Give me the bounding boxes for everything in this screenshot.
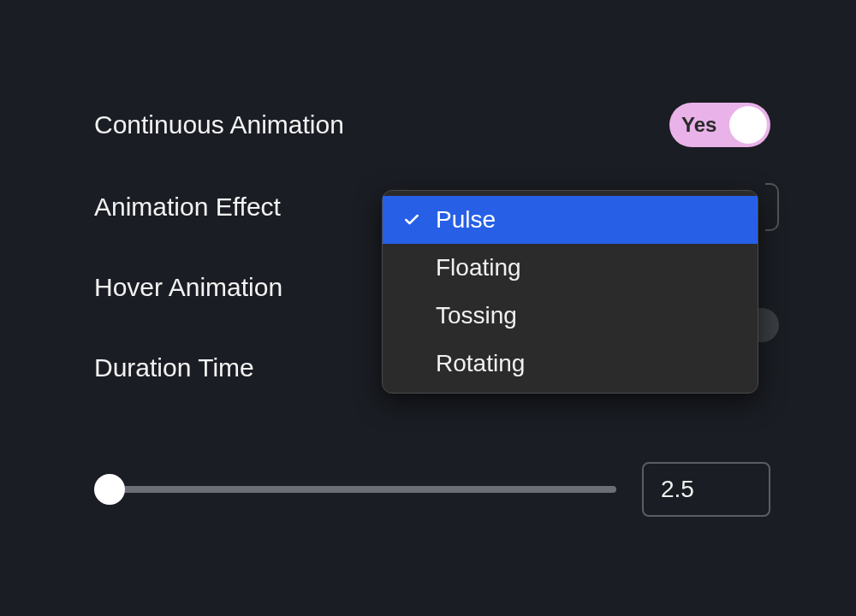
duration-value-input[interactable]: 2.5 bbox=[642, 462, 770, 517]
dropdown-option-label: Pulse bbox=[436, 206, 496, 234]
dropdown-option-pulse[interactable]: Pulse bbox=[383, 196, 758, 244]
dropdown-option-label: Floating bbox=[436, 254, 521, 281]
duration-slider[interactable] bbox=[94, 472, 616, 506]
slider-track bbox=[94, 486, 616, 493]
animation-effect-select[interactable] bbox=[765, 183, 779, 231]
toggle-state-label: Yes bbox=[681, 113, 716, 137]
dropdown-option-label: Rotating bbox=[436, 350, 525, 377]
slider-thumb[interactable] bbox=[94, 474, 125, 505]
hover-animation-label: Hover Animation bbox=[94, 273, 282, 302]
dropdown-option-floating[interactable]: Floating bbox=[383, 244, 758, 292]
animation-effect-label: Animation Effect bbox=[94, 192, 281, 222]
duration-value-text: 2.5 bbox=[661, 476, 694, 503]
check-icon bbox=[401, 211, 422, 228]
duration-slider-row: 2.5 bbox=[94, 462, 770, 517]
continuous-animation-label: Continuous Animation bbox=[94, 110, 344, 139]
continuous-animation-toggle[interactable]: Yes bbox=[669, 103, 770, 147]
dropdown-option-tossing[interactable]: Tossing bbox=[383, 292, 758, 340]
animation-effect-dropdown: Pulse Floating Tossing Rotating bbox=[382, 190, 758, 394]
dropdown-option-rotating[interactable]: Rotating bbox=[383, 340, 758, 388]
continuous-animation-row: Continuous Animation Yes bbox=[94, 103, 770, 147]
toggle-knob bbox=[729, 106, 767, 144]
duration-time-label: Duration Time bbox=[94, 353, 254, 382]
dropdown-option-label: Tossing bbox=[436, 302, 517, 329]
